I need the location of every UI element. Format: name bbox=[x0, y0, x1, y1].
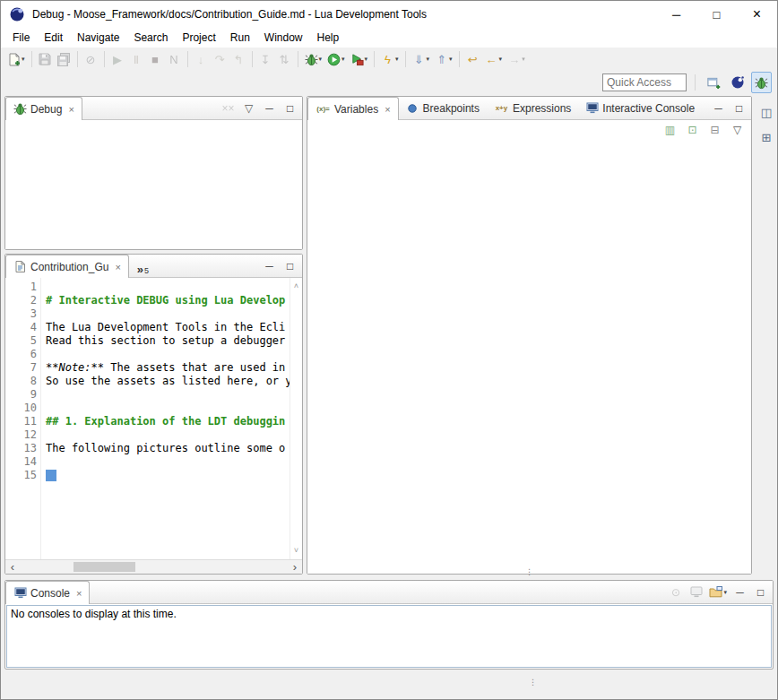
scroll-left-button[interactable]: ‹ bbox=[5, 560, 20, 574]
menu-file[interactable]: File bbox=[5, 30, 37, 46]
scroll-right-button[interactable]: › bbox=[288, 560, 302, 574]
dropdown-arrow-icon[interactable]: ▾ bbox=[427, 56, 430, 63]
scrollbar-track[interactable] bbox=[20, 560, 288, 574]
tab-expressions[interactable]: x+yExpressions bbox=[487, 97, 578, 119]
open-perspective-icon bbox=[707, 76, 721, 90]
horizontal-scrollbar[interactable]: ‹ › bbox=[5, 559, 302, 574]
code-line[interactable]: Read this section to setup a debugger bbox=[46, 334, 290, 348]
dropdown-arrow-icon[interactable]: ▾ bbox=[365, 56, 368, 63]
code-line[interactable]: The following pictures outline some o bbox=[46, 442, 290, 455]
code-line[interactable] bbox=[46, 281, 290, 294]
code-line[interactable] bbox=[46, 402, 290, 415]
minimize-button[interactable]: ─ bbox=[709, 99, 728, 117]
annotation-ruler[interactable] bbox=[5, 278, 15, 559]
view-menu-button[interactable]: ▽ bbox=[728, 121, 747, 140]
maximize-window-button[interactable]: □ bbox=[696, 1, 737, 28]
variables-content[interactable] bbox=[307, 140, 751, 574]
debug-button[interactable]: ▾ bbox=[302, 48, 325, 70]
sash-handle[interactable]: ⋮ bbox=[529, 678, 537, 687]
tab-breakpoints[interactable]: Breakpoints bbox=[399, 97, 487, 119]
tab-variables[interactable]: (x)=Variables× bbox=[307, 97, 399, 120]
minimize-button[interactable]: ─ bbox=[260, 99, 279, 117]
code-line[interactable] bbox=[46, 469, 290, 482]
last-edit-location-icon: ↩ bbox=[466, 54, 480, 65]
debug-perspective-button[interactable] bbox=[751, 72, 772, 93]
tab-interactive-console[interactable]: Interactive Console bbox=[578, 97, 702, 119]
code-line[interactable] bbox=[46, 428, 290, 442]
menu-search[interactable]: Search bbox=[126, 30, 175, 46]
quick-access-input[interactable] bbox=[602, 73, 687, 91]
drop-to-frame-icon: ↧ bbox=[259, 54, 272, 65]
collapse-all-button[interactable]: ⊟ bbox=[705, 121, 724, 140]
close-window-button[interactable]: × bbox=[737, 1, 777, 28]
editor-tab-overflow-button[interactable]: » 5 bbox=[129, 255, 157, 277]
show-columns-button[interactable]: ▥ bbox=[661, 121, 679, 140]
code-line[interactable] bbox=[46, 348, 290, 361]
minimized-view-button[interactable]: ⊞ bbox=[757, 128, 775, 146]
code-line[interactable] bbox=[46, 455, 290, 469]
external-tools-button[interactable]: ▾ bbox=[348, 48, 371, 70]
code-line[interactable]: The Lua Development Tools in the Ecli bbox=[46, 321, 290, 334]
step-into-button: ↓ bbox=[192, 48, 211, 70]
show-logical-structure-button[interactable]: ⊡ bbox=[683, 121, 702, 140]
tab-console[interactable]: Console× bbox=[5, 581, 90, 604]
tab-contribution-gu[interactable]: Contribution_Gu× bbox=[5, 255, 129, 278]
console-content[interactable]: No consoles to display at this time. bbox=[6, 605, 772, 668]
minimize-window-button[interactable]: ─ bbox=[656, 1, 696, 28]
menu-project[interactable]: Project bbox=[175, 30, 222, 46]
code-line[interactable]: ## 1. Explanation of the LDT debuggin bbox=[46, 415, 290, 428]
open-perspective-button[interactable] bbox=[704, 72, 724, 93]
line-number: 13 bbox=[15, 442, 37, 455]
menu-edit[interactable]: Edit bbox=[37, 30, 70, 46]
menu-window[interactable]: Window bbox=[257, 30, 310, 46]
save-button bbox=[36, 48, 55, 70]
scrollbar-thumb[interactable] bbox=[73, 562, 135, 572]
previous-annotation-button[interactable]: ⇑▾ bbox=[432, 48, 455, 70]
maximize-button[interactable]: □ bbox=[281, 99, 299, 117]
close-icon[interactable]: × bbox=[68, 104, 73, 115]
scroll-down-icon[interactable]: ˅ bbox=[294, 544, 298, 557]
new-button[interactable]: ▾ bbox=[4, 48, 28, 70]
search-button[interactable]: ϟ▾ bbox=[378, 48, 402, 70]
code-line[interactable]: # Interactive DEBUG using Lua Develop bbox=[46, 294, 290, 307]
dropdown-arrow-icon: ▾ bbox=[522, 56, 525, 63]
restore-minimized-view-button[interactable]: ◫ bbox=[757, 103, 775, 121]
dropdown-arrow-icon[interactable]: ▾ bbox=[499, 56, 503, 63]
code-line[interactable]: **Note:** The assets that are used in bbox=[46, 361, 290, 375]
maximize-button[interactable]: □ bbox=[751, 583, 770, 601]
code-area[interactable]: # Interactive DEBUG using Lua DevelopThe… bbox=[41, 278, 290, 559]
dropdown-arrow-icon[interactable]: ▾ bbox=[22, 56, 25, 63]
open-console-button[interactable]: ▾ bbox=[707, 583, 729, 601]
menu-help[interactable]: Help bbox=[310, 30, 347, 46]
maximize-button[interactable]: □ bbox=[730, 99, 748, 117]
close-icon[interactable]: × bbox=[115, 262, 120, 272]
line-number-ruler[interactable]: 123456789101112131415 bbox=[15, 278, 41, 559]
lua-perspective-button[interactable] bbox=[727, 72, 748, 93]
tab-debug[interactable]: Debug× bbox=[5, 97, 82, 120]
line-number: 8 bbox=[15, 375, 37, 388]
maximize-button[interactable]: □ bbox=[281, 256, 299, 275]
overview-ruler[interactable]: ˄ ˅ bbox=[290, 278, 302, 559]
dropdown-arrow-icon[interactable]: ▾ bbox=[341, 56, 345, 63]
run-button[interactable]: ▾ bbox=[324, 48, 348, 70]
minimize-button[interactable]: ─ bbox=[260, 256, 279, 275]
close-icon[interactable]: × bbox=[385, 104, 390, 115]
dropdown-arrow-icon[interactable]: ▾ bbox=[723, 589, 727, 596]
code-line[interactable] bbox=[46, 307, 290, 321]
menu-run[interactable]: Run bbox=[223, 30, 257, 46]
minimize-button[interactable]: ─ bbox=[730, 583, 749, 601]
last-edit-location-button[interactable]: ↩ bbox=[463, 48, 482, 70]
dropdown-arrow-icon[interactable]: ▾ bbox=[319, 56, 323, 63]
debug-view-content[interactable] bbox=[5, 120, 302, 249]
back-button[interactable]: ←▾ bbox=[482, 48, 506, 70]
code-line[interactable]: So use the assets as listed here, or y bbox=[46, 375, 290, 388]
close-icon[interactable]: × bbox=[76, 588, 82, 599]
sash-handle[interactable]: ⋮ bbox=[525, 568, 533, 576]
scroll-up-icon[interactable]: ˄ bbox=[294, 280, 298, 293]
menu-navigate[interactable]: Navigate bbox=[70, 30, 126, 46]
view-menu-button[interactable]: ▽ bbox=[239, 99, 258, 117]
next-annotation-button[interactable]: ⇓▾ bbox=[410, 48, 433, 70]
dropdown-arrow-icon[interactable]: ▾ bbox=[395, 56, 399, 63]
code-line[interactable] bbox=[46, 388, 290, 402]
dropdown-arrow-icon[interactable]: ▾ bbox=[449, 56, 453, 63]
